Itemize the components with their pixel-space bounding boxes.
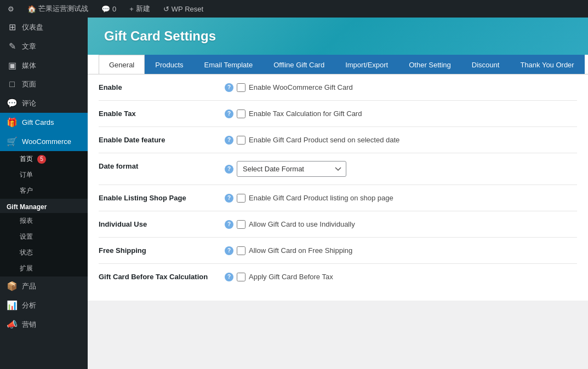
help-icon-enable-date[interactable]: ?	[225, 136, 233, 145]
products-icon: 📦	[7, 281, 18, 291]
checkbox-free-shipping[interactable]	[237, 246, 246, 255]
sidebar-item-reports[interactable]: 报表	[0, 213, 88, 229]
sidebar-item-pages[interactable]: □ 页面	[0, 75, 88, 94]
table-row: Enable Date feature ? Enable Gift Card P…	[99, 127, 577, 153]
comments-link[interactable]: 💬 0	[98, 0, 119, 18]
sidebar-item-label: Gift Cards	[22, 118, 54, 126]
help-icon-free-shipping[interactable]: ?	[225, 246, 233, 255]
field-row-enable-tax: ? Enable Tax Calculation for Gift Card	[225, 109, 572, 118]
tab-products[interactable]: Products	[145, 55, 193, 74]
tab-import-export[interactable]: Import/Export	[335, 55, 398, 74]
woocommerce-submenu: 首页 5 订单 客户	[0, 151, 88, 199]
field-label-before-tax: Gift Card Before Tax Calculation	[99, 264, 219, 290]
sidebar-item-marketing[interactable]: 📣 营销	[0, 315, 88, 334]
marketing-icon: 📣	[7, 319, 18, 330]
customers-label: 客户	[20, 186, 33, 195]
sidebar-item-label: 营销	[22, 320, 36, 330]
checkbox-before-tax[interactable]	[237, 273, 246, 281]
content-area: Gift Card Settings General Products Emai…	[88, 18, 588, 369]
field-label-listing-shop: Enable Listing Shop Page	[99, 185, 219, 211]
pages-icon: □	[7, 79, 18, 89]
checkbox-enable[interactable]	[237, 83, 246, 92]
field-row-enable-date: ? Enable Gift Card Product send on selec…	[225, 136, 572, 145]
sidebar-item-settings[interactable]: 设置	[0, 229, 88, 245]
field-text-enable-date: Enable Gift Card Product send on selecte…	[249, 136, 399, 144]
checkbox-enable-date[interactable]	[237, 136, 246, 145]
sidebar-item-gift-cards[interactable]: 🎁 Gift Cards	[0, 113, 88, 132]
new-content[interactable]: + 新建	[126, 0, 153, 18]
sidebar-item-customers[interactable]: 客户	[0, 183, 88, 199]
tab-general[interactable]: General	[99, 55, 145, 74]
sidebar-item-label: 文章	[22, 42, 36, 51]
sidebar-item-orders[interactable]: 订单	[0, 167, 88, 183]
sidebar-item-woocommerce[interactable]: 🛒 WooCommerce	[0, 132, 88, 151]
field-row-listing-shop: ? Enable Gift Card Product listing on sh…	[225, 194, 572, 203]
field-label-individual-use: Individual Use	[99, 211, 219, 238]
tab-email-template[interactable]: Email Template	[194, 55, 264, 74]
sidebar-item-media[interactable]: ▣ 媒体	[0, 56, 88, 75]
wp-logo[interactable]: ⚙	[4, 0, 18, 18]
gift-manager-section-label: Gift Manager	[0, 199, 88, 213]
tab-other-setting[interactable]: Other Setting	[398, 55, 461, 74]
field-row-before-tax: ? Apply Gift Card Before Tax	[225, 273, 572, 281]
reset-icon: ↺	[163, 5, 169, 13]
orders-label: 订单	[20, 170, 33, 180]
settings-label: 设置	[20, 232, 33, 241]
plus-icon: +	[129, 5, 134, 13]
admin-bar: ⚙ 🏠 芒果运营测试战 💬 0 + 新建 ↺ WP Reset	[0, 0, 588, 18]
help-icon-date-format[interactable]: ?	[225, 165, 233, 174]
sidebar-item-comments[interactable]: 💬 评论	[0, 94, 88, 113]
checkbox-individual-use[interactable]	[237, 220, 246, 229]
table-row: Enable Listing Shop Page ? Enable Gift C…	[99, 185, 577, 211]
posts-icon: ✎	[7, 41, 18, 51]
table-row: Free Shipping ? Allow Gift Card on Free …	[99, 238, 577, 264]
field-text-enable-tax: Enable Tax Calculation for Gift Card	[249, 109, 362, 118]
checkbox-listing-shop[interactable]	[237, 194, 246, 203]
page-title: Gift Card Settings	[104, 28, 572, 44]
analytics-icon: 📊	[7, 300, 18, 310]
sidebar-item-label: 仪表盘	[22, 22, 43, 32]
field-text-enable: Enable WooCommerce Gift Card	[249, 83, 353, 91]
table-row: Enable ? Enable WooCommerce Gift Card	[99, 74, 577, 101]
field-label-enable-date: Enable Date feature	[99, 127, 219, 153]
date-format-select[interactable]: Select Date Format MM/DD/YYYY DD/MM/YYYY…	[237, 161, 346, 177]
field-row-date-format: ? Select Date Format MM/DD/YYYY DD/MM/YY…	[225, 161, 572, 177]
wp-reset[interactable]: ↺ WP Reset	[160, 0, 207, 18]
tab-offline-gift-card[interactable]: Offline Gift Card	[263, 55, 335, 74]
page-header: Gift Card Settings	[88, 18, 588, 55]
woocommerce-icon: 🛒	[7, 136, 18, 147]
wp-logo-icon: ⚙	[8, 5, 14, 13]
checkbox-enable-tax[interactable]	[237, 109, 246, 118]
settings-content: Enable ? Enable WooCommerce Gift Card	[88, 74, 588, 301]
table-row: Individual Use ? Allow Gift Card to use …	[99, 211, 577, 238]
settings-table: Enable ? Enable WooCommerce Gift Card	[99, 74, 577, 290]
help-icon-enable-tax[interactable]: ?	[225, 109, 233, 118]
sidebar-item-label: 评论	[22, 99, 36, 108]
sidebar-item-posts[interactable]: ✎ 文章	[0, 37, 88, 56]
help-icon-individual-use[interactable]: ?	[225, 220, 233, 229]
sidebar-item-analytics[interactable]: 📊 分析	[0, 296, 88, 315]
sidebar-item-status[interactable]: 状态	[0, 245, 88, 261]
table-row: Date format ? Select Date Format MM/DD/Y…	[99, 153, 577, 185]
site-name[interactable]: 🏠 芒果运营测试战	[24, 0, 92, 18]
field-row-individual-use: ? Allow Gift Card to use Individually	[225, 220, 572, 229]
status-label: 状态	[20, 248, 33, 257]
sidebar-item-dashboard[interactable]: ⊞ 仪表盘	[0, 18, 88, 37]
field-row-free-shipping: ? Allow Gift Card on Free Shipping	[225, 246, 572, 255]
sidebar-item-extensions[interactable]: 扩展	[0, 261, 88, 276]
help-icon-enable[interactable]: ?	[225, 83, 233, 92]
help-icon-listing-shop[interactable]: ?	[225, 194, 233, 203]
sidebar-item-label: 页面	[22, 79, 36, 89]
reports-label: 报表	[20, 216, 33, 226]
field-text-before-tax: Apply Gift Card Before Tax	[249, 273, 333, 281]
dashboard-icon: ⊞	[7, 22, 18, 32]
sidebar-item-home[interactable]: 首页 5	[0, 151, 88, 167]
tab-thank-you-order[interactable]: Thank You Order	[510, 55, 584, 74]
tab-discount[interactable]: Discount	[461, 55, 510, 74]
field-text-free-shipping: Allow Gift Card on Free Shipping	[249, 246, 352, 255]
gift-manager-submenu: 报表 设置 状态 扩展	[0, 213, 88, 276]
help-icon-before-tax[interactable]: ?	[225, 273, 233, 281]
field-row-enable: ? Enable WooCommerce Gift Card	[225, 83, 572, 92]
field-label-enable: Enable	[99, 74, 219, 101]
sidebar-item-products[interactable]: 📦 产品	[0, 276, 88, 296]
